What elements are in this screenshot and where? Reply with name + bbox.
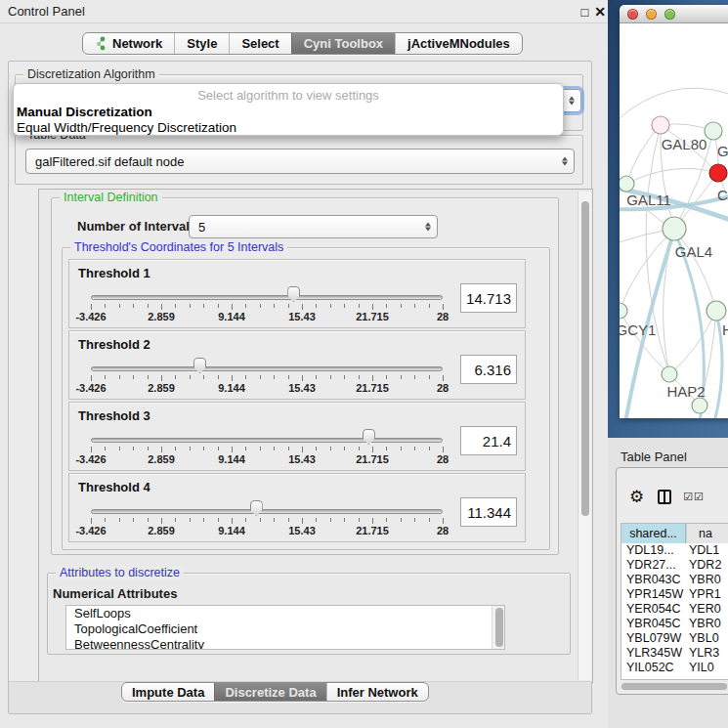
table-row[interactable]: YLR345WYLR3 xyxy=(621,646,728,661)
thresholds-group-title: Threshold's Coordinates for 5 Intervals xyxy=(70,240,287,254)
tab-network[interactable]: Network xyxy=(83,33,174,54)
threshold-label: Threshold 4 xyxy=(78,480,150,494)
tab-infer-network[interactable]: Infer Network xyxy=(326,683,428,701)
table-horizontal-scrollbar-thumb[interactable] xyxy=(621,683,727,690)
number-of-intervals-combobox[interactable]: 5 xyxy=(189,215,438,238)
network-graph[interactable]: GAL80GACGAL11GAL4GCY1HHAP2 xyxy=(620,23,728,418)
tick-mark xyxy=(344,518,345,522)
node-table-box: ⚙ ☑☑ shared... na YDL19...YDL1YDR27...YD… xyxy=(616,467,728,695)
table-cell-name[interactable]: YDR2 xyxy=(686,558,728,573)
attributes-scrollbar[interactable] xyxy=(492,606,504,649)
zoom-traffic-light-icon[interactable] xyxy=(664,9,675,20)
table-cell-shared-name[interactable]: YDR27... xyxy=(621,558,686,573)
table-cell-shared-name[interactable]: YER054C xyxy=(621,602,686,617)
tab-impute-data[interactable]: Impute Data xyxy=(122,683,214,701)
table-cell-shared-name[interactable]: YBR043C xyxy=(621,573,686,587)
algorithm-option-equal-width[interactable]: Equal Width/Frequency Discretization xyxy=(17,120,236,135)
table-cell-shared-name[interactable]: YPR145W xyxy=(621,587,686,602)
threshold-slider-track[interactable] xyxy=(91,509,443,514)
network-node[interactable] xyxy=(705,122,722,140)
network-node[interactable] xyxy=(709,164,727,182)
column-split-icon[interactable] xyxy=(658,490,671,504)
table-cell-name[interactable]: YPR1 xyxy=(686,587,728,602)
table-cell-name[interactable]: YDL1 xyxy=(686,543,728,558)
table-row[interactable]: YBR043CYBR0 xyxy=(621,573,728,587)
table-row[interactable]: YDR27...YDR2 xyxy=(621,558,728,573)
algorithm-option-manual[interactable]: Manual Discretization xyxy=(17,105,152,119)
tick-mark xyxy=(119,518,120,522)
select-columns-checkbox-icons[interactable]: ☑☑ xyxy=(683,491,705,503)
tick-mark xyxy=(386,375,387,379)
tab-cyni-toolbox[interactable]: Cyni Toolbox xyxy=(291,33,395,54)
threshold-slider-track[interactable] xyxy=(91,295,443,300)
table-cell-shared-name[interactable]: YLR345W xyxy=(621,646,686,661)
table-row[interactable]: YBR045CYBR0 xyxy=(621,617,728,631)
table-cell-shared-name[interactable]: YBL079W xyxy=(621,631,686,646)
tab-discretize-data[interactable]: Discretize Data xyxy=(214,683,325,701)
tick-mark xyxy=(359,518,360,522)
table-row[interactable]: YBL079WYBL0 xyxy=(621,631,728,646)
threshold-slider-track[interactable] xyxy=(91,438,443,443)
close-traffic-light-icon[interactable] xyxy=(627,9,638,20)
tick-mark xyxy=(175,375,176,379)
network-node-label: GCY1 xyxy=(620,321,656,338)
tick-mark xyxy=(386,447,387,450)
scale-label: -3.426 xyxy=(75,525,106,536)
scale-label: 15.43 xyxy=(288,382,316,394)
table-cell-name[interactable]: YLR3 xyxy=(686,646,728,661)
network-canvas[interactable]: GAL80GACGAL11GAL4GCY1HHAP2 xyxy=(620,23,728,418)
table-horizontal-scrollbar[interactable] xyxy=(621,682,728,691)
table-data-combobox[interactable]: galFiltered.sif default node xyxy=(25,149,575,174)
network-node[interactable] xyxy=(692,398,707,413)
threshold-value-field[interactable] xyxy=(460,283,517,313)
network-node[interactable] xyxy=(662,366,677,382)
table-cell-name[interactable]: YBR0 xyxy=(686,573,728,587)
network-node[interactable] xyxy=(620,303,627,319)
scale-label: 28 xyxy=(437,525,449,536)
scale-label: 9.144 xyxy=(218,311,245,322)
bottom-tab-strip: Impute DataDiscretize DataInfer Network xyxy=(9,681,591,713)
threshold-value-field[interactable] xyxy=(460,355,517,384)
network-node[interactable] xyxy=(707,301,726,321)
network-node[interactable] xyxy=(652,116,669,134)
attributes-scrollbar-thumb[interactable] xyxy=(495,608,503,647)
table-cell-name[interactable]: YER0 xyxy=(686,602,728,617)
column-header-name[interactable]: na xyxy=(686,524,728,543)
table-cell-name[interactable]: YBL0 xyxy=(686,631,728,646)
settings-scrollbar-thumb[interactable] xyxy=(581,201,589,516)
table-cell-shared-name[interactable]: YIL052C xyxy=(621,661,686,675)
network-node[interactable] xyxy=(620,176,634,192)
threshold-slider-ticks xyxy=(91,304,443,311)
threshold-slider-track[interactable] xyxy=(91,366,443,371)
tick-mark xyxy=(119,304,120,308)
attribute-item[interactable]: SelfLoops xyxy=(66,606,504,621)
minimize-traffic-light-icon[interactable] xyxy=(646,9,657,20)
close-panel-icon[interactable]: ✕ xyxy=(594,5,606,19)
column-header-shared-name[interactable]: shared... xyxy=(621,524,686,543)
table-cell-name[interactable]: YIL0 xyxy=(686,661,728,675)
table-row[interactable]: YPR145WYPR1 xyxy=(621,587,728,602)
table-cell-name[interactable]: YBR0 xyxy=(686,617,728,631)
network-node[interactable] xyxy=(663,217,686,240)
attribute-item[interactable]: TopologicalCoefficient xyxy=(66,621,504,637)
settings-scrollbar[interactable] xyxy=(578,192,591,680)
tick-mark xyxy=(316,447,317,450)
tab-select[interactable]: Select xyxy=(229,33,290,54)
node-table: shared... na YDL19...YDL1YDR27...YDR2YBR… xyxy=(621,523,728,680)
tab-style[interactable]: Style xyxy=(174,33,229,54)
table-row[interactable]: YIL052CYIL0 xyxy=(621,661,728,675)
tab-jactivemnodules[interactable]: jActiveMNodules xyxy=(395,33,522,54)
gear-icon[interactable]: ⚙ xyxy=(629,489,644,505)
table-cell-shared-name[interactable]: YDL19... xyxy=(621,543,686,558)
attribute-item[interactable]: BetweennessCentrality xyxy=(66,637,504,650)
float-window-icon[interactable]: □ xyxy=(580,6,588,19)
tick-mark xyxy=(105,518,106,522)
threshold-value-field[interactable] xyxy=(460,426,517,455)
table-row[interactable]: YER054CYER0 xyxy=(621,602,728,617)
threshold-value-field[interactable] xyxy=(460,497,517,527)
table-row[interactable]: YDL19...YDL1 xyxy=(621,543,728,558)
table-cell-shared-name[interactable]: YBR045C xyxy=(621,617,686,631)
algorithm-placeholder-option[interactable]: Select algorithm to view settings xyxy=(14,88,563,103)
tick-mark xyxy=(401,447,402,450)
network-node-label: GAL4 xyxy=(675,243,712,260)
